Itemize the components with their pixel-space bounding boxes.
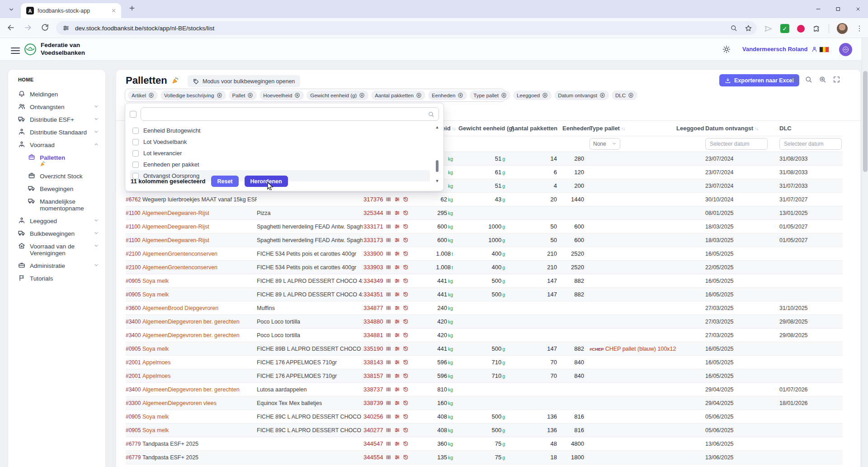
barcode-icon[interactable]: [386, 359, 392, 365]
remove-column-icon[interactable]: [501, 92, 507, 98]
table-row[interactable]: #2100 AlgemeenGroentenconservenFICHE 534…: [116, 247, 860, 261]
barcode-icon[interactable]: [386, 278, 392, 284]
back-icon[interactable]: [6, 23, 15, 32]
movements-icon[interactable]: [394, 332, 400, 338]
history-icon[interactable]: [403, 237, 409, 243]
column-header-type-pallet[interactable]: Type pallet↑↓: [590, 125, 676, 132]
filter-chip-dlc[interactable]: DLC: [612, 91, 637, 100]
cast-icon[interactable]: [764, 24, 773, 33]
bulk-mode-button[interactable]: Modus voor bulkbewegingen openen: [188, 75, 300, 87]
filter-chip-artikel[interactable]: Artikel: [128, 91, 158, 100]
filter-chip-type-pallet[interactable]: Type pallet: [470, 91, 510, 100]
table-row[interactable]: #3300 AlgemeenDiepgevroren vleesEquinox …: [116, 396, 860, 410]
close-button[interactable]: [848, 0, 868, 18]
history-icon[interactable]: [403, 224, 409, 229]
filter-chip-gewicht-eenheid-g-[interactable]: Gewicht eenheid (g): [307, 91, 368, 100]
dlc-filter-input[interactable]: Selecteer datum: [779, 138, 842, 150]
barcode-icon[interactable]: [386, 332, 392, 338]
address-bar[interactable]: dev.stock.foodbanksit.be/stock/app/nl-BE…: [56, 21, 757, 35]
zoom-in-icon[interactable]: [819, 76, 826, 83]
history-icon[interactable]: [403, 264, 409, 270]
theme-toggle-icon[interactable]: [722, 45, 731, 53]
movements-icon[interactable]: [394, 414, 400, 419]
sort-icon[interactable]: ↑↓: [755, 126, 758, 131]
history-icon[interactable]: [403, 278, 409, 284]
sidebar-item-voorraad-van-de-verenigingen[interactable]: Voorraad van de Verenigingen: [18, 240, 101, 259]
movements-icon[interactable]: [394, 386, 400, 392]
option-checkbox[interactable]: [132, 139, 139, 145]
movements-icon[interactable]: [394, 346, 400, 352]
movements-icon[interactable]: [394, 264, 400, 270]
history-icon[interactable]: [403, 319, 409, 324]
history-icon[interactable]: [403, 305, 409, 311]
table-row[interactable]: #0905 Soya melkFICHE 89C L ALPRO DESSERT…: [116, 424, 860, 437]
barcode-icon[interactable]: [386, 373, 392, 379]
movements-icon[interactable]: [394, 441, 400, 447]
option-checkbox[interactable]: [132, 150, 139, 157]
barcode-icon[interactable]: [386, 346, 392, 352]
movements-icon[interactable]: [394, 224, 400, 229]
dropdown-scrollbar[interactable]: ▲ ▼: [434, 125, 440, 177]
sidebar-item-distributie-esf-[interactable]: Distributie ESF+: [18, 113, 101, 126]
movements-icon[interactable]: [394, 454, 400, 460]
column-option-lot-leverancier[interactable]: Lot leverancier: [130, 148, 430, 159]
history-icon[interactable]: [403, 441, 409, 447]
column-option-eenheden-per-pakket[interactable]: Eenheden per pakket: [130, 159, 430, 170]
barcode-icon[interactable]: [386, 237, 392, 243]
barcode-icon[interactable]: [386, 264, 392, 270]
table-row[interactable]: #3400 AlgemeenDiepgevroren ber. gerechte…: [116, 329, 860, 342]
barcode-icon[interactable]: [386, 427, 392, 433]
movements-icon[interactable]: [394, 237, 400, 243]
filter-chip-hoeveelheid[interactable]: Hoeveelheid: [259, 91, 304, 100]
fullscreen-icon[interactable]: [833, 76, 840, 83]
barcode-icon[interactable]: [386, 210, 392, 216]
history-icon[interactable]: [403, 386, 409, 392]
tab-search-button[interactable]: [5, 5, 17, 14]
column-header-datum-ontvangst[interactable]: Datum ontvangst↑↓: [705, 125, 779, 132]
history-icon[interactable]: [403, 427, 409, 433]
table-row[interactable]: #6779 Tandpasta ESF+ 2025344547360kg75g4…: [116, 437, 860, 451]
select-all-checkbox[interactable]: [130, 111, 137, 118]
movements-icon[interactable]: [394, 319, 400, 324]
history-icon[interactable]: [403, 346, 409, 352]
movements-icon[interactable]: [394, 373, 400, 379]
sort-icon[interactable]: ↑↓: [621, 126, 625, 131]
table-row[interactable]: #0905 Soya melkFICHE 89C L ALPRO DESSERT…: [116, 410, 860, 424]
column-search-input[interactable]: [141, 107, 439, 121]
scroll-down-icon[interactable]: ▼: [434, 179, 440, 183]
app-avatar[interactable]: [839, 43, 852, 56]
remove-column-icon[interactable]: [542, 92, 548, 98]
table-row[interactable]: #3600 AlgemeenBrood DiepgevrorenMuffins3…: [116, 301, 860, 315]
page-scrollbar[interactable]: [862, 38, 868, 467]
table-row[interactable]: #3400 AlgemeenDiepgevroren ber. gerechte…: [116, 315, 860, 329]
barcode-icon[interactable]: [386, 386, 392, 392]
barcode-icon[interactable]: [386, 414, 392, 419]
table-row[interactable]: #3400 AlgemeenDiepgevroren ber. gerechte…: [116, 383, 860, 396]
reset-button[interactable]: Reset: [211, 176, 238, 187]
forward-icon[interactable]: [24, 23, 33, 32]
sidebar-item-tutorials[interactable]: Tutorials: [18, 272, 101, 285]
filter-chip-volledige-beschrijving[interactable]: Volledige beschrijving: [160, 91, 226, 100]
site-settings-icon[interactable]: [62, 24, 70, 32]
table-row[interactable]: #2100 AlgemeenGroentenconservenFICHE 534…: [116, 261, 860, 274]
table-row[interactable]: #6779 Tandpasta ESF+ 2025344554135kg75g1…: [116, 451, 860, 464]
table-row[interactable]: #2001 AppelmoesFICHE 176 APPELMOES 710gr…: [116, 369, 860, 383]
remove-column-icon[interactable]: [628, 92, 634, 98]
movements-icon[interactable]: [394, 291, 400, 297]
filter-chip-datum-ontvangst[interactable]: Datum ontvangst: [554, 91, 609, 100]
table-row[interactable]: #2001 AppelmoesFICHE 176 APPELMOES 710gr…: [116, 356, 860, 369]
tab-close-icon[interactable]: [109, 7, 118, 15]
barcode-icon[interactable]: [386, 251, 392, 257]
table-row[interactable]: #1100 AlgemeenDeegwaren-RijstSpaghetti h…: [116, 220, 860, 234]
history-icon[interactable]: [403, 332, 409, 338]
history-icon[interactable]: [403, 373, 409, 379]
filter-chip-aantal-pakketten[interactable]: Aantal pakketten: [371, 91, 425, 100]
history-icon[interactable]: [403, 359, 409, 365]
remove-column-icon[interactable]: [294, 92, 300, 98]
zoom-reset-icon[interactable]: [805, 76, 812, 83]
scroll-up-icon[interactable]: ▲: [434, 125, 440, 129]
barcode-icon[interactable]: [386, 441, 392, 447]
barcode-icon[interactable]: [386, 224, 392, 229]
sidebar-item-maandelijkse-momentopname[interactable]: Maandelijkse momentopname: [18, 195, 101, 214]
history-icon[interactable]: [403, 251, 409, 257]
